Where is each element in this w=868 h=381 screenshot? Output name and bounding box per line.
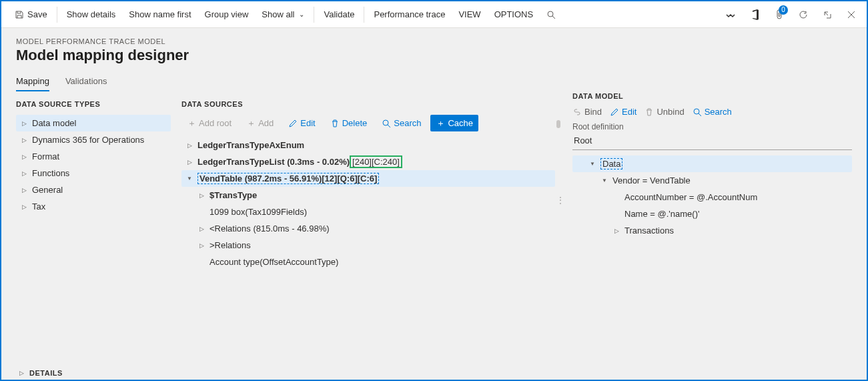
columns: DATA SOURCE TYPES Data model Dynamics 36… [16,92,852,368]
tab-strip: Mapping Validations [16,72,852,92]
svg-point-4 [694,109,699,114]
ds-vend-table[interactable]: VendTable (987.2ms - 56.91%)[12][Q:6][C:… [181,170,555,187]
tab-mapping[interactable]: Mapping [16,72,49,91]
top-bar-left: Save Show details Show name first Group … [8,1,562,28]
performance-trace-button[interactable]: Performance trace [367,1,452,28]
page-title: Model mapping designer [16,47,852,64]
root-definition-value[interactable]: Root [572,133,852,150]
collapse-arrow-icon[interactable] [600,177,608,183]
svg-line-3 [388,125,390,127]
trash-icon [644,107,654,117]
chevron-down-icon: ⌄ [299,1,304,28]
data-model-toolbar: Bind Edit Unbind [572,107,852,117]
splitter-handle[interactable]: ⋮ [556,199,564,202]
top-search-button[interactable] [540,1,562,28]
expand-arrow-icon[interactable] [197,242,205,249]
svg-line-1 [552,16,555,19]
add-button: ＋ Add [241,115,279,131]
link-icon [572,107,582,117]
expand-arrow-icon[interactable] [185,142,193,149]
expand-arrow-icon[interactable] [197,192,205,199]
scrollbar-thumb[interactable] [556,120,560,128]
edit-button[interactable]: Edit [610,107,636,117]
search-icon [546,10,556,19]
plus-icon: ＋ [187,119,196,128]
popout-button[interactable] [819,6,836,23]
show-details-button[interactable]: Show details [60,1,123,28]
expand-arrow-icon[interactable] [20,204,28,210]
data-sources-toolbar: ＋ Add root ＋ Add Edit Dele [181,115,555,131]
view-button[interactable]: VIEW [452,1,487,28]
attachments-button[interactable]: 0 [771,5,788,24]
delete-button[interactable]: Delete [325,115,373,131]
breadcrumb: MODEL PERFORMANCE TRACE MODEL [16,37,852,45]
ds-account-type[interactable]: Account type(OffsetAccountType) [181,254,555,270]
type-functions[interactable]: Functions [16,165,171,181]
show-name-first-button[interactable]: Show name first [122,1,197,28]
ds-relations-in[interactable]: <Relations (815.0ms - 46.98%) [181,220,555,237]
section-head: DATA SOURCE TYPES [16,100,171,108]
refresh-button[interactable] [795,6,812,23]
svg-point-2 [383,120,388,125]
top-bar-right: 0 [721,5,860,24]
top-command-bar: Save Show details Show name first Group … [1,1,867,28]
type-d365fo[interactable]: Dynamics 365 for Operations [16,131,171,148]
edit-button[interactable]: Edit [283,115,320,131]
ds-ledger-ax-enum[interactable]: LedgerTransTypeAxEnum [181,137,555,153]
model-name[interactable]: Name = @.'name()' [572,206,852,222]
selection-focus: VendTable (987.2ms - 56.91%)[12][Q:6][C:… [197,173,379,184]
details-expander[interactable]: DETAILS [17,369,63,377]
svg-line-5 [699,113,701,116]
trash-icon [330,119,340,128]
search-icon [382,119,391,128]
expand-arrow-icon[interactable] [20,170,28,177]
search-button[interactable]: Search [376,115,426,131]
plus-icon: ＋ [436,119,445,128]
show-all-button[interactable]: Show all ⌄ [255,1,311,28]
search-button[interactable]: Search [693,107,732,117]
badge-count: 0 [779,5,788,15]
divider [314,7,314,23]
tab-validations[interactable]: Validations [65,72,107,91]
bind-button[interactable]: Bind [572,107,602,117]
save-button[interactable]: Save [8,1,54,28]
type-general[interactable]: General [16,181,171,198]
ds-1099-box[interactable]: 1099 box(Tax1099Fields) [181,204,555,220]
expand-arrow-icon[interactable] [20,153,28,160]
expand-arrow-icon[interactable] [20,120,28,127]
section-head: DATA SOURCES [181,100,555,108]
ds-trans-type[interactable]: $TransType [181,187,555,204]
type-tax[interactable]: Tax [16,198,171,215]
model-account-number[interactable]: AccountNumber = @.AccountNum [572,189,852,206]
expand-arrow-icon[interactable] [197,226,205,232]
pencil-icon [610,107,619,117]
collapse-arrow-icon[interactable] [185,175,193,181]
cache-button[interactable]: ＋ Cache [430,115,478,131]
expand-arrow-icon[interactable] [185,159,193,165]
divider [364,7,364,23]
save-icon [15,10,24,19]
office-icon[interactable] [747,5,764,24]
collapse-arrow-icon[interactable] [588,161,596,167]
options-button[interactable]: OPTIONS [488,1,540,28]
model-transactions[interactable]: Transactions [572,222,852,239]
connectivity-icon[interactable] [721,6,740,23]
save-label: Save [27,1,47,28]
data-source-types-panel: DATA SOURCE TYPES Data model Dynamics 36… [16,92,176,368]
model-vendor-node[interactable]: Vendor = VendTable [572,172,852,189]
validate-button[interactable]: Validate [317,1,361,28]
type-data-model[interactable]: Data model [16,115,171,131]
expand-arrow-icon[interactable] [612,228,620,234]
group-view-button[interactable]: Group view [198,1,256,28]
expand-arrow-icon[interactable] [20,137,28,143]
type-format[interactable]: Format [16,148,171,165]
data-model-panel: DATA MODEL Bind Edit [560,92,852,368]
unbind-button[interactable]: Unbind [644,107,684,117]
model-data-node[interactable]: Data [572,155,852,172]
expand-arrow-icon[interactable] [20,187,28,194]
highlight-stats: [240][C:240] [350,155,402,168]
close-button[interactable] [843,6,860,23]
ds-ledger-trans-list[interactable]: LedgerTransTypeList (0.3ms - 0.02%)[240]… [181,153,555,170]
ds-relations-out[interactable]: >Relations [181,237,555,254]
svg-point-0 [548,11,553,17]
